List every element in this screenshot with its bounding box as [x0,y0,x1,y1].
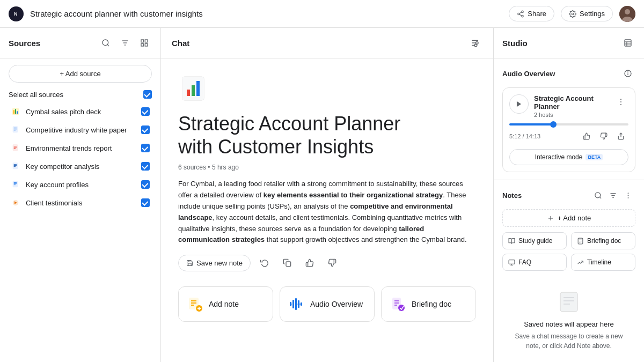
progress-fill [509,123,553,125]
select-all-label: Select all sources [9,91,63,99]
share-audio-button[interactable] [613,129,628,144]
audio-more-button[interactable] [613,94,628,109]
svg-marker-77 [517,101,521,107]
source-icon-5 [11,198,20,208]
list-item[interactable]: Key competitor analysis [9,158,152,175]
notes-search-button[interactable] [590,188,605,203]
add-note-icon [187,297,202,312]
chat-settings-button[interactable] [467,35,482,50]
sources-filter-button[interactable] [118,35,133,50]
source-checkbox-4[interactable] [141,180,150,189]
settings-button[interactable]: Settings [561,6,613,21]
briefing-doc-notes-button[interactable]: Briefing doc [571,232,635,249]
sources-panel: Sources [0,28,161,362]
thumbs-down-audio-icon [600,132,608,140]
faq-icon [508,259,515,266]
play-button[interactable] [509,94,529,114]
svg-point-9 [625,9,630,14]
svg-point-69 [398,305,405,311]
audio-overview-label: Audio Overview [310,300,363,308]
thumbs-up-audio-button[interactable] [579,129,594,144]
filter-icon [121,39,129,47]
faq-button[interactable]: FAQ [502,254,567,271]
copy-button[interactable] [279,254,296,271]
sources-search-button[interactable] [98,35,113,50]
svg-point-44 [476,42,479,45]
source-checkbox-5[interactable] [141,198,150,207]
app-title: Strategic account planner with customer … [30,9,502,18]
thumbs-down-button[interactable] [324,254,341,271]
notes-search-icon [594,191,602,200]
svg-rect-50 [196,81,200,96]
svg-rect-24 [13,126,18,132]
select-all-checkbox[interactable] [143,90,152,99]
svg-rect-96 [509,260,515,264]
list-item[interactable]: Competitive industry white paper [9,121,152,138]
save-note-button[interactable]: Save new note [178,255,251,271]
audio-info-button[interactable] [620,66,635,81]
notes-more-button[interactable] [620,188,635,203]
svg-line-5 [519,14,522,15]
svg-line-12 [107,45,109,46]
source-icon-2 [11,143,20,153]
list-item[interactable]: Client testimonials [9,194,152,211]
svg-point-3 [518,13,520,15]
studio-header: Studio [494,28,644,58]
notes-filter-icon [609,191,617,200]
settings-icon [569,10,576,18]
timeline-icon [577,259,584,266]
share-button[interactable]: Share [509,6,554,21]
sources-layout-button[interactable] [137,35,152,50]
studio-layout-button[interactable] [620,35,635,50]
svg-point-89 [627,197,628,198]
list-item[interactable]: Key account profiles [9,176,152,193]
source-checkbox-0[interactable] [141,107,150,116]
more-icon [617,98,625,106]
thumbs-down-audio-button[interactable] [596,129,611,144]
source-checkbox-2[interactable] [141,144,150,152]
svg-point-78 [620,99,621,100]
retry-button[interactable] [256,254,273,271]
source-checkbox-3[interactable] [141,162,150,171]
notes-header: Notes [502,188,635,203]
select-all-row: Select all sources [9,90,152,99]
svg-rect-63 [301,302,302,306]
add-source-button[interactable]: + Add source [9,65,152,83]
study-guide-button[interactable]: Study guide [502,232,567,249]
audio-info: Strategic Account Planner 2 hosts [534,94,608,118]
sources-title: Sources [9,39,94,48]
progress-bar[interactable] [509,123,628,125]
timeline-button[interactable]: Timeline [571,254,635,271]
copy-icon [283,258,291,267]
thumbs-up-icon [305,258,314,267]
interactive-mode-button[interactable]: Interactive mode BETA [509,149,628,165]
avatar[interactable] [619,6,635,22]
notes-label: Notes [502,191,590,200]
add-note-card[interactable]: Add note [178,286,273,322]
audio-overview-card[interactable]: Audio Overview [280,286,375,322]
list-item[interactable]: Cymbal sales pitch deck [9,103,152,120]
thumbs-up-audio-icon [583,132,590,140]
audio-top: Strategic Account Planner 2 hosts [509,94,628,118]
audio-controls [579,129,628,144]
notes-section: Notes [494,180,644,362]
app-logo: N [9,6,24,21]
source-checkbox-1[interactable] [141,125,150,134]
svg-rect-19 [145,43,148,46]
briefing-doc-card[interactable]: Briefing doc [381,286,476,322]
svg-point-82 [595,192,600,197]
thumbs-up-button[interactable] [301,254,318,271]
source-name-5: Client testimonials [26,199,136,207]
svg-rect-48 [187,90,190,96]
add-note-button[interactable]: + Add note [502,209,635,227]
briefing-doc-icon [390,297,405,312]
list-item[interactable]: Environmental trends report [9,139,152,157]
chat-doc-title: Strategic Account Planner with Customer … [178,112,476,158]
audio-section-header: Audio Overview [502,66,635,81]
notes-filter-button[interactable] [605,188,620,203]
empty-notes: Saved notes will appear here Save a chat… [502,276,635,362]
main-layout: Sources [0,28,644,362]
svg-point-2 [522,11,524,13]
svg-line-6 [519,12,522,13]
source-name-2: Environmental trends report [26,144,136,152]
